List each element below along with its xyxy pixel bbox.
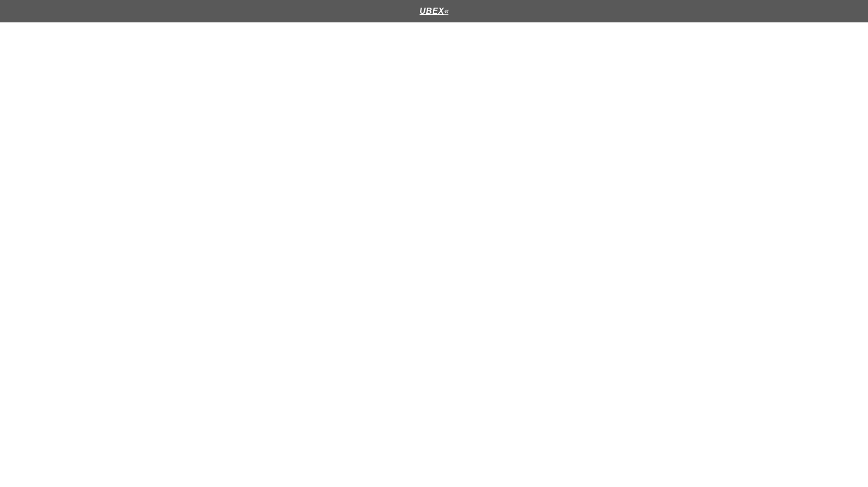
topbar: UBEX [0, 0, 868, 22]
brand-logo: UBEX [419, 7, 448, 16]
